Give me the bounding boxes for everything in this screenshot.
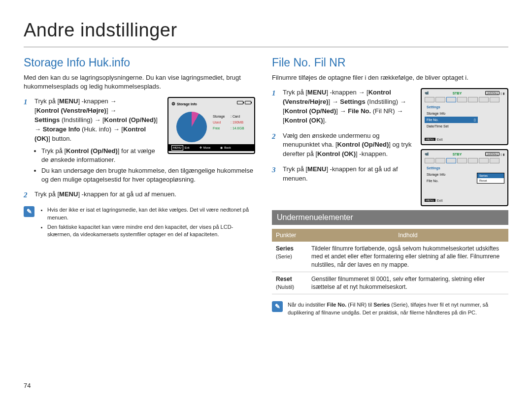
step-2: Vælg den ønskede undermenu og menupunkte… [272, 131, 508, 159]
page-number: 74 [24, 382, 31, 389]
page: Andre indstillinger Storage Info Huk.inf… [0, 0, 532, 406]
steps-list-left: ⚙ Storage Info Storage: Card Used: [24, 97, 255, 199]
device-footer: MENU Exit [425, 197, 442, 203]
note-item: Hvis der ikke er isat et lagringsmedie, … [47, 206, 255, 221]
card-icon [237, 101, 243, 104]
row-content: Tildeler filnumre fortløbende, også selv… [307, 242, 508, 272]
device-screen-storage: ⚙ Storage Info Storage: Card Used: [167, 97, 255, 154]
battery-icon [245, 101, 251, 104]
note-icon: ✎ [24, 206, 34, 217]
chapter-title: Andre indstillinger [24, 20, 508, 47]
menu-button-icon: MENU [425, 199, 435, 202]
storage-values: Storage: Card Used: 190MB Free: 14.6GB [213, 114, 244, 131]
menu-button-icon: MENU [171, 145, 183, 151]
free-value: : 14.6GB [231, 125, 244, 131]
submenu-heading: Undermenuelementer [272, 210, 508, 225]
device-title: ⚙ Storage Info [171, 101, 197, 107]
note-item: Den faktiske kapacitet kan være mindre e… [47, 223, 255, 239]
used-label: Used [213, 120, 231, 125]
joystick-icon: ✥ [200, 146, 202, 150]
used-value: : 190MB [231, 120, 243, 125]
step-1: ⚙ Storage Info Storage: Card Used: [24, 97, 255, 184]
storage-pie-chart [176, 112, 207, 142]
note-box-right: ✎ Når du indstiller File No. (Fil NR) ti… [272, 301, 508, 316]
device-title-text: Storage Info [177, 102, 197, 107]
column-left: Storage Info Huk.info Med den kan du se … [24, 56, 255, 316]
row-label: Reset (Nulstil) [272, 272, 307, 294]
ok-icon: ◉ [220, 146, 223, 150]
table-header-content: Indhold [307, 229, 508, 242]
intro-paragraph: Filnumre tilføjes de optagne filer i den… [272, 73, 508, 82]
device-battery-area [237, 101, 251, 104]
note-list: Hvis der ikke er isat et lagringsmedie, … [39, 206, 255, 241]
section-heading-storage: Storage Info Huk.info [24, 56, 255, 69]
intro-paragraph: Med den kan du se lagringsoplysningerne.… [24, 73, 255, 91]
steps-list-right: Tryk på [MENU] -knappen → [Kontrol (Vens… [272, 88, 508, 184]
row-label: Series (Serie) [272, 242, 307, 272]
step-1: Tryk på [MENU] -knappen → [Kontrol (Vens… [272, 88, 508, 125]
note-icon: ✎ [272, 301, 283, 312]
device-footer: MENUExit ✥Move ◉Back [168, 144, 254, 151]
storage-label: Storage [213, 114, 231, 120]
gear-icon: ⚙ [171, 101, 175, 107]
table-header-points: Punkter [272, 229, 307, 242]
table-row: Reset (Nulstil) Genstiller filnummeret t… [272, 272, 508, 294]
note-box-left: ✎ Hvis der ikke er isat et lagringsmedie… [24, 206, 255, 241]
row-content: Genstiller filnummeret til 0001, selv ef… [307, 272, 508, 294]
back-label: Back [224, 146, 231, 150]
table-row: Series (Serie) Tildeler filnumre fortløb… [272, 242, 508, 272]
storage-value: : Card [231, 114, 240, 120]
exit-label: Exit [185, 146, 190, 150]
step-2: Tryk på [MENU] -knappen for at gå ud af … [24, 190, 255, 199]
pie-icon [176, 112, 207, 142]
exit-label: Exit [437, 199, 443, 202]
two-column-layout: Storage Info Huk.info Med den kan du se … [24, 56, 508, 316]
note-text: Når du indstiller File No. (Fil NR) til … [288, 301, 508, 316]
section-heading-fileno: File No. Fil NR [272, 56, 508, 69]
sub-bullet: Du kan undersøge den brugte hukommelse, … [41, 166, 255, 184]
column-right: File No. Fil NR Filnumre tilføjes de opt… [272, 56, 508, 316]
submenu-table: Punkter Indhold Series (Serie) Tildeler … [272, 229, 508, 294]
move-label: Move [203, 146, 211, 150]
free-label: Free [213, 125, 231, 131]
step-3: Tryk på [MENU] -knappen for at gå ud af … [272, 165, 508, 184]
